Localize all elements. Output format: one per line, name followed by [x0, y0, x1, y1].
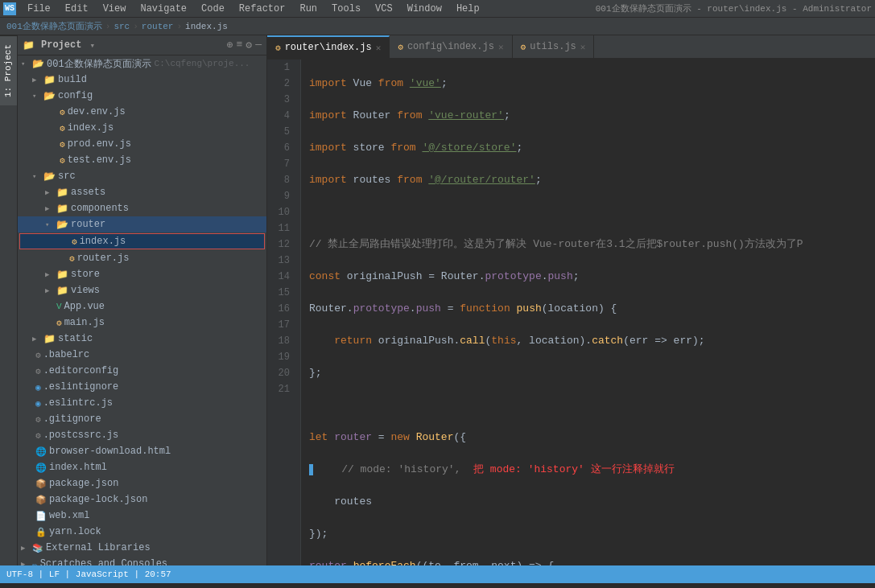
tree-item-store[interactable]: ▶ 📁 store — [18, 266, 266, 282]
dev-env-label: dev.env.js — [68, 106, 126, 117]
code-editor[interactable]: 1 2 3 4 5 6 7 8 9 10 11 12 13 14 15 16 1… — [267, 60, 875, 565]
menu-run[interactable]: Run — [293, 2, 324, 16]
tree-item-dev-env[interactable]: ⚙ dev.env.js — [18, 104, 266, 120]
gitignore-label: .gitignore — [43, 413, 101, 425]
breadcrumb-root[interactable]: 001企数保静态页面演示 — [6, 20, 102, 32]
tree-item-views[interactable]: ▶ 📁 views — [18, 282, 266, 298]
config-label: config — [58, 90, 93, 101]
eslintrc-icon: ◉ — [35, 398, 41, 409]
store-label: store — [71, 269, 100, 280]
menu-window[interactable]: Window — [401, 2, 448, 16]
index-html-icon: 🌐 — [35, 463, 47, 473]
tree-item-config[interactable]: ▾ 📂 config — [18, 88, 266, 104]
tree-item-index-html[interactable]: 🌐 index.html — [18, 459, 266, 475]
views-label: views — [71, 285, 100, 296]
editorconfig-label: .editorconfig — [43, 365, 119, 376]
static-label: static — [58, 333, 93, 344]
eslintignore-icon: ◉ — [35, 382, 41, 393]
breadcrumb: 001企数保静态页面演示 › src › router › index.js — [0, 18, 875, 35]
close-panel-icon[interactable]: — — [255, 39, 262, 51]
tree-item-components[interactable]: ▶ 📁 components — [18, 200, 266, 216]
settings-icon[interactable]: ⚙ — [246, 39, 252, 51]
menu-tools[interactable]: Tools — [325, 2, 367, 16]
tab-config-index[interactable]: ⚙ config\index.js ✕ — [390, 35, 512, 58]
tab-router-index-close[interactable]: ✕ — [376, 43, 382, 53]
postcssrc-label: .postcssrc.js — [43, 430, 119, 441]
scope-icon[interactable]: ⊕ — [227, 39, 233, 51]
tree-item-build[interactable]: ▶ 📁 build — [18, 72, 266, 88]
tab-router-index[interactable]: ⚙ router\index.js ✕ — [267, 35, 390, 58]
breadcrumb-sep1: › — [105, 22, 111, 31]
menu-navigate[interactable]: Navigate — [134, 2, 193, 16]
tree-item-package-json[interactable]: 📦 package.json — [18, 475, 266, 491]
menu-file[interactable]: File — [21, 2, 57, 16]
tree-item-babelrc[interactable]: ⚙ .babelrc — [18, 347, 266, 363]
panel-dropdown[interactable]: ▾ — [89, 40, 95, 51]
tree-item-editorconfig[interactable]: ⚙ .editorconfig — [18, 363, 266, 379]
menu-code[interactable]: Code — [195, 2, 231, 16]
code-line-8: Router.prototype.push = function push(lo… — [309, 301, 875, 317]
tree-item-eslintignore[interactable]: ◉ .eslintignore — [18, 379, 266, 395]
tree-item-yarn-lock[interactable]: 🔒 yarn.lock — [18, 524, 266, 540]
menu-items: File Edit View Navigate Code Refactor Ru… — [21, 2, 486, 16]
tree-item-browser-download[interactable]: 🌐 browser-download.html — [18, 443, 266, 459]
tree-root[interactable]: ▾ 📂 001企数保静态页面演示 C:\cqfeng\proje... — [18, 56, 266, 72]
babelrc-label: .babelrc — [43, 349, 90, 360]
breadcrumb-router[interactable]: router — [142, 22, 174, 31]
tab-utils[interactable]: ⚙ utils.js ✕ — [513, 35, 595, 58]
menu-edit[interactable]: Edit — [59, 2, 95, 16]
tree-item-package-lock[interactable]: 📦 package-lock.json — [18, 491, 266, 508]
file-tree: ▾ 📂 001企数保静态页面演示 C:\cqfeng\proje... ▶ 📁 … — [18, 56, 266, 565]
code-content[interactable]: import Vue from 'vue'; import Router fro… — [301, 60, 875, 565]
collapse-icon[interactable]: ≡ — [237, 39, 243, 51]
tree-item-eslintrc[interactable]: ◉ .eslintrc.js — [18, 395, 266, 411]
tab-config-index-close[interactable]: ✕ — [498, 42, 504, 52]
assets-folder-icon: 📁 — [56, 187, 68, 199]
tree-item-gitignore[interactable]: ⚙ .gitignore — [18, 411, 266, 427]
code-line-5 — [309, 204, 875, 220]
tree-item-external-libraries[interactable]: ▶ 📚 External Libraries — [18, 540, 266, 556]
src-label: src — [58, 171, 76, 182]
router-arrow: ▾ — [45, 220, 56, 229]
editor-area: ⚙ router\index.js ✕ ⚙ config\index.js ✕ … — [267, 35, 875, 565]
tree-item-config-index[interactable]: ⚙ index.js — [18, 120, 266, 136]
code-line-13: // mode: 'history', 把 mode: 'history' 这一… — [309, 462, 875, 478]
src-arrow: ▾ — [32, 172, 43, 181]
breadcrumb-src[interactable]: src — [114, 22, 130, 31]
components-label: components — [71, 203, 129, 214]
tree-item-static[interactable]: ▶ 📁 static — [18, 331, 266, 347]
panel-icons: ⊕ ≡ ⚙ — — [227, 39, 262, 51]
tree-item-test-env[interactable]: ⚙ test.env.js — [18, 152, 266, 168]
menu-help[interactable]: Help — [450, 2, 486, 16]
tab-router-index-icon: ⚙ — [275, 43, 281, 53]
breadcrumb-file[interactable]: index.js — [185, 22, 228, 31]
tree-item-assets[interactable]: ▶ 📁 assets — [18, 184, 266, 200]
eslintrc-label: .eslintrc.js — [43, 397, 113, 409]
window-title: 001企数保静态页面演示 - router\index.js - Adminis… — [596, 2, 872, 14]
code-line-9: return originalPush.call(this, location)… — [309, 333, 875, 349]
tree-item-index-js[interactable]: ⚙ index.js — [19, 233, 265, 249]
tree-item-main-js[interactable]: ⚙ main.js — [18, 315, 266, 331]
tree-item-web-xml[interactable]: 📄 web.xml — [18, 508, 266, 524]
tree-item-src[interactable]: ▾ 📂 src — [18, 168, 266, 184]
tree-item-router[interactable]: ▾ 📂 router — [18, 216, 266, 232]
tree-item-scratches[interactable]: ▶ ✏ Scratches and Consoles — [18, 556, 266, 565]
tree-item-app-vue[interactable]: V App.vue — [18, 298, 266, 315]
menu-refactor[interactable]: Refactor — [233, 2, 292, 16]
build-arrow: ▶ — [32, 76, 43, 84]
menu-vcs[interactable]: VCS — [369, 2, 399, 16]
tree-item-prod-env[interactable]: ⚙ prod.env.js — [18, 136, 266, 152]
scratches-arrow: ▶ — [21, 560, 32, 566]
code-line-6: // 禁止全局路由错误处理打印。这是为了解决 Vue-router在3.1之后把… — [309, 236, 875, 253]
build-label: build — [58, 74, 87, 85]
web-xml-label: web.xml — [49, 510, 89, 521]
browser-download-icon: 🌐 — [35, 446, 47, 457]
package-json-icon: 📦 — [35, 479, 47, 489]
tab-utils-close[interactable]: ✕ — [580, 42, 586, 52]
menu-view[interactable]: View — [97, 2, 133, 16]
index-html-label: index.html — [49, 462, 107, 473]
tree-item-postcssrc[interactable]: ⚙ .postcssrc.js — [18, 427, 266, 443]
tree-item-router-js[interactable]: ⚙ router.js — [18, 250, 266, 266]
config-index-icon: ⚙ — [60, 123, 65, 134]
sidebar-tab-project[interactable]: 1: Project — [0, 35, 17, 105]
